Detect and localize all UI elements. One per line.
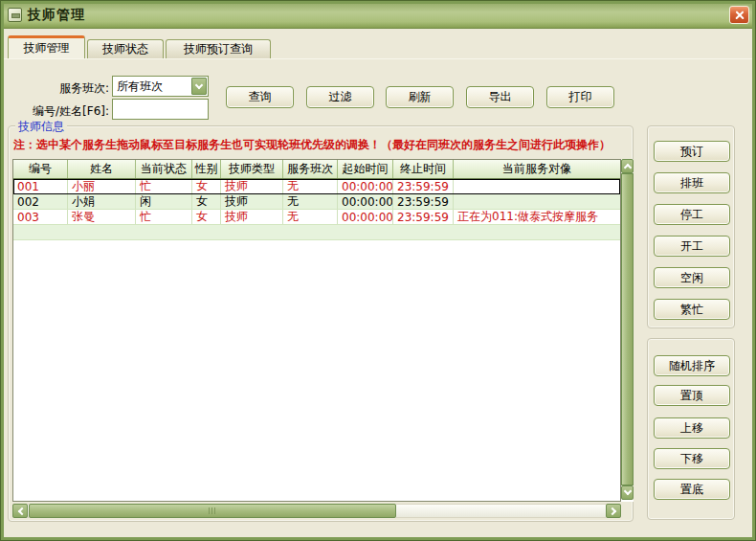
set-idle-button[interactable]: 空闲 (654, 267, 730, 288)
form-icon (8, 8, 22, 22)
start-work-button[interactable]: 开工 (654, 236, 730, 257)
cell-shift: 无 (283, 179, 338, 193)
table-header-row: 编号 姓名 当前状态 性别 技师类型 服务班次 起始时间 终止时间 当前服务对像 (13, 160, 620, 179)
title-bar: 技师管理 (1, 1, 755, 29)
col-header-type[interactable]: 技师类型 (221, 160, 283, 178)
button-label: 过滤 (329, 89, 352, 105)
table-row[interactable]: 003 张曼 忙 女 技师 无 00:00:00 23:59:59 正在为011… (13, 210, 620, 225)
export-button[interactable]: 导出 (466, 86, 534, 108)
thumb-grip-icon (209, 507, 217, 514)
filter-button[interactable]: 过滤 (306, 86, 374, 108)
col-header-gender[interactable]: 性别 (192, 160, 221, 178)
button-label: 停工 (680, 207, 703, 223)
tab-technician-manage[interactable]: 技师管理 (8, 35, 85, 58)
groupbox-title: 技师信息 (15, 119, 67, 135)
shift-select-dropdown-button[interactable] (191, 78, 207, 95)
cell-type: 技师 (221, 194, 283, 209)
button-label: 开工 (680, 238, 703, 255)
random-sort-button[interactable]: 随机排序 (654, 355, 730, 376)
cell-start: 00:00:00 (338, 210, 393, 224)
refresh-button[interactable]: 刷新 (386, 86, 454, 108)
chevron-down-icon (195, 80, 203, 88)
query-button[interactable]: 查询 (226, 86, 294, 108)
tab-label: 技师管理 (24, 40, 70, 56)
col-header-service[interactable]: 当前服务对像 (454, 160, 620, 178)
scroll-down-button[interactable] (621, 485, 634, 500)
table-row[interactable]: 002 小娟 闲 女 技师 无 00:00:00 23:59:59 (13, 194, 620, 210)
empty-stripe-row (13, 225, 620, 240)
cell-shift: 无 (283, 210, 338, 224)
scroll-up-button[interactable] (621, 159, 634, 173)
cell-gender: 女 (192, 179, 221, 193)
cell-gender: 女 (192, 194, 221, 209)
col-header-name[interactable]: 姓名 (68, 160, 136, 178)
button-label: 随机排序 (669, 358, 715, 374)
status-actions-group: 预订 排班 停工 开工 空闲 繁忙 (647, 125, 735, 328)
move-up-button[interactable]: 上移 (654, 417, 730, 439)
cell-name: 张曼 (68, 210, 136, 224)
col-header-end[interactable]: 终止时间 (393, 160, 454, 178)
table-row[interactable]: 001 小丽 忙 女 技师 无 00:00:00 23:59:59 (13, 179, 620, 194)
tab-strip-baseline (4, 58, 752, 59)
tab-technician-status[interactable]: 技师状态 (87, 39, 164, 58)
shift-select[interactable]: 所有班次 (112, 76, 209, 97)
shift-label: 服务班次: (29, 80, 109, 97)
cell-end: 23:59:59 (393, 210, 454, 224)
set-busy-button[interactable]: 繁忙 (654, 299, 730, 320)
button-label: 空闲 (680, 270, 703, 286)
technician-table: 编号 姓名 当前状态 性别 技师类型 服务班次 起始时间 终止时间 当前服务对像… (12, 159, 621, 502)
cell-gender: 女 (192, 210, 221, 224)
print-button[interactable]: 打印 (546, 86, 614, 108)
cell-status: 忙 (136, 179, 192, 193)
tab-booking-query[interactable]: 技师预订查询 (166, 39, 271, 58)
button-label: 排班 (680, 175, 703, 192)
name-search-input[interactable] (112, 99, 209, 120)
horizontal-scroll-thumb[interactable] (29, 504, 396, 518)
col-header-id[interactable]: 编号 (13, 160, 68, 178)
scroll-left-button[interactable] (12, 504, 28, 518)
cell-id: 003 (13, 210, 68, 224)
cell-end: 23:59:59 (393, 194, 454, 209)
button-label: 查询 (249, 89, 272, 105)
table-vertical-scrollbar[interactable] (621, 159, 634, 500)
stop-work-button[interactable]: 停工 (654, 204, 730, 225)
button-label: 置底 (680, 482, 703, 498)
technician-grid-area: 编号 姓名 当前状态 性别 技师类型 服务班次 起始时间 终止时间 当前服务对像… (12, 159, 634, 502)
tab-label: 技师状态 (102, 41, 148, 57)
cell-service (454, 179, 620, 193)
vertical-scroll-thumb[interactable] (621, 173, 634, 485)
chevron-right-icon (608, 507, 615, 514)
cell-service: 正在为011:做泰式按摩服务 (454, 210, 620, 224)
button-label: 繁忙 (680, 302, 703, 318)
move-to-bottom-button[interactable]: 置底 (654, 479, 730, 500)
button-label: 刷新 (409, 89, 432, 105)
move-down-button[interactable]: 下移 (654, 448, 730, 469)
button-label: 导出 (489, 89, 512, 105)
close-button[interactable] (729, 6, 749, 24)
tab-label: 技师预订查询 (184, 41, 253, 57)
table-horizontal-scrollbar[interactable] (12, 504, 621, 518)
close-icon (730, 7, 748, 23)
cell-start: 00:00:00 (338, 179, 393, 193)
drag-hint-note: 注：选中某个服务生拖动鼠标至目标服务生也可实现轮班优先级的调换！（最好在同班次的… (13, 137, 630, 153)
schedule-button[interactable]: 排班 (654, 172, 730, 193)
cell-start: 00:00:00 (338, 194, 393, 209)
name-search-label: 编号/姓名[F6]: (15, 103, 109, 120)
cell-type: 技师 (221, 210, 283, 224)
cell-status: 忙 (136, 210, 192, 224)
button-label: 下移 (680, 451, 703, 467)
chevron-down-icon (623, 487, 631, 495)
window-title: 技师管理 (28, 7, 85, 24)
chevron-left-icon (17, 507, 25, 514)
col-header-status[interactable]: 当前状态 (136, 160, 192, 178)
book-button[interactable]: 预订 (654, 141, 730, 162)
move-to-top-button[interactable]: 置顶 (654, 385, 730, 406)
order-actions-group: 随机排序 置顶 上移 下移 置底 (647, 338, 735, 520)
scroll-right-button[interactable] (606, 504, 621, 518)
col-header-shift[interactable]: 服务班次 (283, 160, 338, 178)
cell-name: 小娟 (68, 194, 136, 209)
button-label: 打印 (569, 89, 592, 105)
cell-name: 小丽 (68, 179, 136, 193)
chevron-up-icon (623, 164, 631, 171)
col-header-start[interactable]: 起始时间 (338, 160, 393, 178)
